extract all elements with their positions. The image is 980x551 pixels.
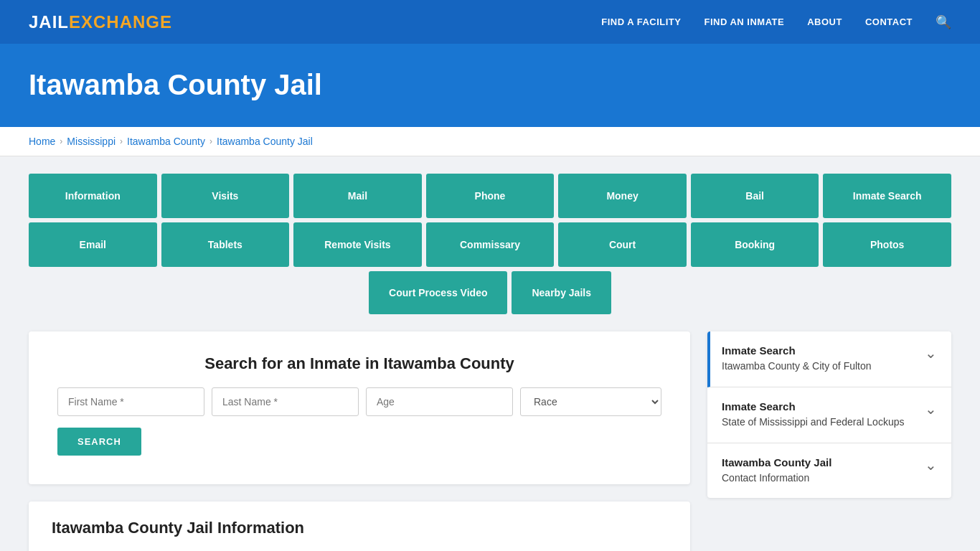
breadcrumb-sep-1: › (60, 136, 62, 146)
main-wrapper: Information Visits Mail Phone Money Bail… (0, 156, 980, 551)
content-row: Search for an Inmate in Itawamba County … (29, 331, 951, 551)
age-input[interactable] (366, 387, 513, 416)
btn-court[interactable]: Court (558, 222, 687, 267)
btn-tablets[interactable]: Tablets (161, 222, 290, 267)
breadcrumb-sep-2: › (120, 136, 123, 146)
btn-information[interactable]: Information (29, 174, 157, 218)
last-name-input[interactable] (212, 387, 359, 416)
main-content: Search for an Inmate in Itawamba County … (29, 331, 690, 551)
sidebar-item-3-title: Itawamba County Jail (722, 456, 831, 468)
btn-inmate-search[interactable]: Inmate Search (823, 174, 951, 218)
breadcrumb-home[interactable]: Home (29, 136, 55, 147)
btn-visits[interactable]: Visits (161, 174, 290, 218)
btn-commissary[interactable]: Commissary (426, 222, 555, 267)
sidebar-item-2[interactable]: Inmate Search State of Mississippi and F… (707, 387, 951, 443)
logo-exchange: EXCHANGE (69, 12, 172, 32)
breadcrumb-itawamba-county[interactable]: Itawamba County (127, 136, 205, 147)
sidebar-item-3-subtitle: Contact Information (722, 471, 831, 486)
page-title: Itawamba County Jail (29, 69, 951, 101)
search-title: Search for an Inmate in Itawamba County (57, 354, 661, 373)
btn-phone[interactable]: Phone (426, 174, 555, 218)
breadcrumb-mississippi[interactable]: Mississippi (67, 136, 116, 147)
info-card: Itawamba County Jail Information (29, 501, 690, 551)
breadcrumb: Home › Mississippi › Itawamba County › I… (0, 127, 980, 156)
first-name-input[interactable] (57, 387, 204, 416)
btn-mail[interactable]: Mail (293, 174, 422, 218)
sidebar-item-1-title: Inmate Search (722, 344, 872, 357)
info-title: Itawamba County Jail Information (52, 519, 667, 537)
hero-banner: Itawamba County Jail (0, 46, 980, 127)
btn-booking[interactable]: Booking (691, 222, 819, 267)
sidebar-item-2-title: Inmate Search (722, 400, 904, 413)
site-logo[interactable]: JAILEXCHANGE (29, 12, 172, 32)
sidebar: Inmate Search Itawamba County & City of … (707, 331, 951, 551)
btn-photos[interactable]: Photos (823, 222, 951, 267)
btn-remote-visits[interactable]: Remote Visits (293, 222, 422, 267)
nav-find-facility[interactable]: FIND A FACILITY (601, 17, 681, 27)
logo-jail: JAIL (29, 12, 69, 32)
search-form-row: Race White Black Hispanic Asian Other (57, 387, 661, 416)
sidebar-item-3-text: Itawamba County Jail Contact Information (722, 456, 831, 486)
sidebar-item-3[interactable]: Itawamba County Jail Contact Information… (707, 443, 951, 499)
search-icon[interactable]: 🔍 (936, 14, 951, 30)
breadcrumb-itawamba-jail[interactable]: Itawamba County Jail (217, 136, 313, 147)
race-select[interactable]: Race White Black Hispanic Asian Other (520, 387, 661, 416)
btn-bail[interactable]: Bail (691, 174, 819, 218)
site-header: JAILEXCHANGE FIND A FACILITY FIND AN INM… (0, 0, 980, 46)
sidebar-item-2-subtitle: State of Mississippi and Federal Lockups (722, 415, 904, 430)
search-button[interactable]: SEARCH (57, 428, 141, 456)
inmate-search-card: Search for an Inmate in Itawamba County … (29, 331, 690, 484)
button-row-1: Information Visits Mail Phone Money Bail… (29, 174, 951, 218)
nav-contact[interactable]: CONTACT (865, 17, 913, 27)
btn-email[interactable]: Email (29, 222, 157, 267)
sidebar-item-2-text: Inmate Search State of Mississippi and F… (722, 400, 904, 430)
sidebar-item-1[interactable]: Inmate Search Itawamba County & City of … (707, 331, 951, 387)
chevron-down-icon-1: ⌄ (925, 344, 937, 362)
btn-money[interactable]: Money (558, 174, 687, 218)
btn-court-process-video[interactable]: Court Process Video (369, 271, 507, 314)
sidebar-item-1-text: Inmate Search Itawamba County & City of … (722, 344, 872, 374)
button-row-2: Email Tablets Remote Visits Commissary C… (29, 222, 951, 267)
chevron-down-icon-3: ⌄ (925, 456, 937, 474)
breadcrumb-sep-3: › (209, 136, 212, 146)
sidebar-card: Inmate Search Itawamba County & City of … (707, 331, 951, 498)
nav-about[interactable]: ABOUT (807, 17, 842, 27)
btn-nearby-jails[interactable]: Nearby Jails (512, 271, 611, 314)
main-nav: FIND A FACILITY FIND AN INMATE ABOUT CON… (601, 14, 951, 30)
nav-find-inmate[interactable]: FIND AN INMATE (704, 17, 784, 27)
chevron-down-icon-2: ⌄ (925, 400, 937, 418)
sidebar-item-1-subtitle: Itawamba County & City of Fulton (722, 359, 872, 374)
button-row-3: Court Process Video Nearby Jails (29, 271, 951, 314)
